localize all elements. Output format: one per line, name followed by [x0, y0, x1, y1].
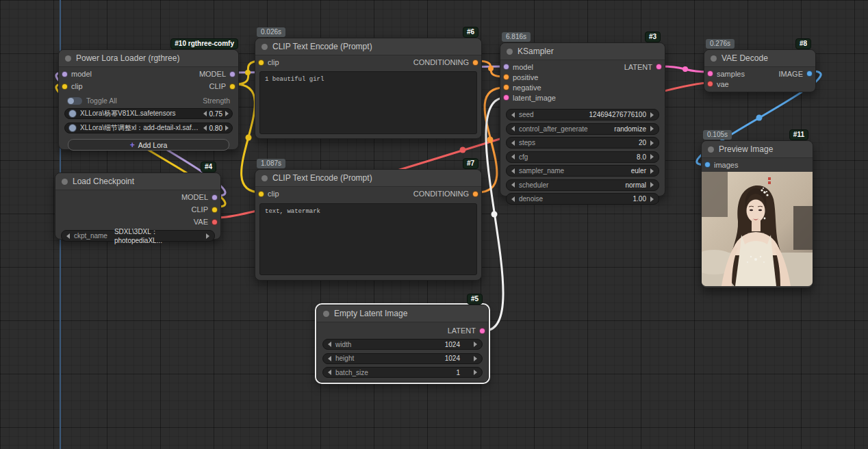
node-clip-text-encode-negative[interactable]: 1.087s #7 CLIP Text Encode (Prompt) clip… — [255, 169, 482, 281]
input-port-icon[interactable] — [503, 84, 509, 90]
output-slot-clip[interactable]: CLIP — [192, 205, 218, 214]
output-port-icon[interactable] — [806, 70, 813, 77]
lora-row[interactable]: XLLora\杨幂V81XL.safetensors 0.75 — [64, 108, 233, 119]
node-vae-decode[interactable]: 0.276s #8 VAE Decode samples IMAGE vae — [704, 49, 816, 92]
control-after-generate-widget[interactable]: control_after_generaterandomize — [506, 123, 659, 135]
prev-option-icon[interactable] — [511, 168, 515, 174]
input-slot-vae[interactable]: vae — [707, 80, 729, 88]
input-slot-clip[interactable]: clip — [258, 58, 279, 66]
lora-toggle-icon[interactable] — [68, 110, 77, 118]
output-port-icon[interactable] — [212, 219, 218, 225]
next-option-icon[interactable] — [650, 126, 654, 131]
output-port-icon[interactable] — [656, 64, 662, 70]
input-port-icon[interactable] — [704, 162, 711, 168]
output-slot-image[interactable]: IMAGE — [779, 70, 813, 78]
increment-icon[interactable] — [650, 196, 654, 202]
seed-widget[interactable]: seed124694276776100 — [506, 109, 659, 120]
prompt-text-area[interactable]: 1 beautiful girl — [259, 71, 477, 134]
input-port-icon[interactable] — [503, 64, 509, 70]
lora-strength-value[interactable]: 0.75 — [209, 110, 222, 118]
ckpt-name-widget[interactable]: ckpt_name SDXL\3DXL：photopediaXL... — [61, 230, 215, 242]
increment-icon[interactable] — [650, 154, 654, 159]
input-slot-model[interactable]: model — [503, 63, 533, 71]
input-slot-images[interactable]: images — [704, 161, 738, 169]
node-title-bar[interactable]: Empty Latent Image — [317, 305, 488, 322]
prev-option-icon[interactable] — [511, 182, 515, 188]
width-widget[interactable]: width1024 — [322, 339, 483, 350]
denoise-widget[interactable]: denoise1.00 — [506, 193, 659, 205]
output-port-icon[interactable] — [472, 191, 478, 197]
input-port-icon[interactable] — [503, 74, 509, 80]
node-title-bar[interactable]: Load Checkpoint — [55, 173, 220, 190]
output-slot-vae[interactable]: VAE — [194, 218, 218, 226]
steps-widget[interactable]: steps20 — [506, 137, 659, 149]
increment-icon[interactable] — [650, 140, 654, 146]
output-port-icon[interactable] — [212, 207, 218, 213]
increment-icon[interactable] — [225, 111, 229, 116]
node-load-checkpoint[interactable]: #4 Load Checkpoint MODEL CLIP VAE ckpt_n… — [55, 172, 221, 240]
input-port-icon[interactable] — [503, 94, 509, 101]
output-port-icon[interactable] — [229, 84, 235, 90]
increment-icon[interactable] — [225, 125, 229, 131]
prev-option-icon[interactable] — [511, 126, 515, 131]
output-slot-conditioning[interactable]: CONDITIONING — [413, 58, 478, 66]
toggle-icon[interactable] — [67, 97, 82, 105]
cfg-widget[interactable]: cfg8.0 — [506, 151, 659, 163]
output-slot-latent[interactable]: LATENT — [624, 63, 662, 71]
input-slot-negative[interactable]: negative — [503, 84, 541, 92]
node-clip-text-encode-positive[interactable]: 0.026s #6 CLIP Text Encode (Prompt) clip… — [255, 38, 482, 139]
input-slot-latent-image[interactable]: latent_image — [503, 94, 556, 102]
lora-strength-value[interactable]: 0.80 — [209, 125, 222, 132]
input-slot-clip[interactable]: clip — [258, 190, 279, 198]
decrement-icon[interactable] — [203, 125, 207, 131]
node-title-bar[interactable]: Power Lora Loader (rgthree) — [59, 50, 238, 67]
lora-row[interactable]: XLLora\细节调整xl：add-detail-xl.safet... 0.8… — [64, 123, 233, 133]
node-preview-image[interactable]: 0.105s #11 Preview Image images — [701, 140, 813, 288]
input-slot-clip[interactable]: clip — [62, 82, 83, 90]
input-port-icon[interactable] — [707, 81, 713, 87]
input-port-icon[interactable] — [258, 60, 264, 66]
output-port-icon[interactable] — [229, 71, 235, 77]
decrement-icon[interactable] — [328, 356, 331, 361]
input-port-icon[interactable] — [62, 84, 68, 90]
decrement-icon[interactable] — [511, 112, 515, 118]
lora-name[interactable]: XLLora\细节调整xl：add-detail-xl.safet... — [80, 123, 200, 133]
decrement-icon[interactable] — [511, 154, 515, 159]
input-slot-model[interactable]: model — [62, 70, 92, 78]
decrement-icon[interactable] — [203, 111, 207, 116]
increment-icon[interactable] — [474, 356, 477, 361]
output-slot-clip[interactable]: CLIP — [209, 82, 235, 90]
output-slot-model[interactable]: MODEL — [181, 193, 218, 201]
input-slot-samples[interactable]: samples — [707, 70, 745, 78]
increment-icon[interactable] — [474, 342, 477, 347]
input-port-icon[interactable] — [707, 70, 713, 77]
height-widget[interactable]: height1024 — [322, 353, 483, 364]
input-port-icon[interactable] — [258, 191, 264, 197]
input-slot-positive[interactable]: positive — [503, 73, 538, 81]
prev-option-icon[interactable] — [66, 233, 70, 239]
output-port-icon[interactable] — [472, 60, 478, 66]
node-title-bar[interactable]: CLIP Text Encode (Prompt) — [255, 38, 481, 55]
node-ksampler[interactable]: 6.816s #3 KSampler model LATENT positive… — [500, 42, 665, 196]
increment-icon[interactable] — [474, 370, 477, 375]
output-slot-conditioning[interactable]: CONDITIONING — [413, 190, 478, 198]
input-port-icon[interactable] — [62, 71, 68, 77]
decrement-icon[interactable] — [511, 196, 515, 202]
decrement-icon[interactable] — [328, 370, 331, 375]
increment-icon[interactable] — [650, 112, 654, 118]
node-title-bar[interactable]: KSampler — [500, 43, 665, 60]
node-graph-canvas[interactable]: #10 rgthree-comfy Power Lora Loader (rgt… — [0, 0, 868, 449]
next-option-icon[interactable] — [650, 168, 654, 174]
output-slot-model[interactable]: MODEL — [199, 70, 235, 78]
output-port-icon[interactable] — [212, 194, 218, 201]
batch-size-widget[interactable]: batch_size1 — [322, 367, 483, 378]
node-title-bar[interactable]: VAE Decode — [704, 50, 815, 67]
node-empty-latent-image[interactable]: #5 Empty Latent Image LATENT width1024 h… — [316, 305, 489, 383]
node-power-lora-loader[interactable]: #10 rgthree-comfy Power Lora Loader (rgt… — [58, 49, 239, 150]
toggle-all-switch[interactable]: Toggle All — [67, 97, 117, 105]
preview-image-thumbnail[interactable] — [702, 172, 813, 286]
lora-name[interactable]: XLLora\杨幂V81XL.safetensors — [80, 109, 200, 118]
node-title-bar[interactable]: CLIP Text Encode (Prompt) — [255, 170, 481, 187]
lora-toggle-icon[interactable] — [68, 124, 77, 132]
sampler-name-widget[interactable]: sampler_nameeuler — [506, 165, 659, 177]
